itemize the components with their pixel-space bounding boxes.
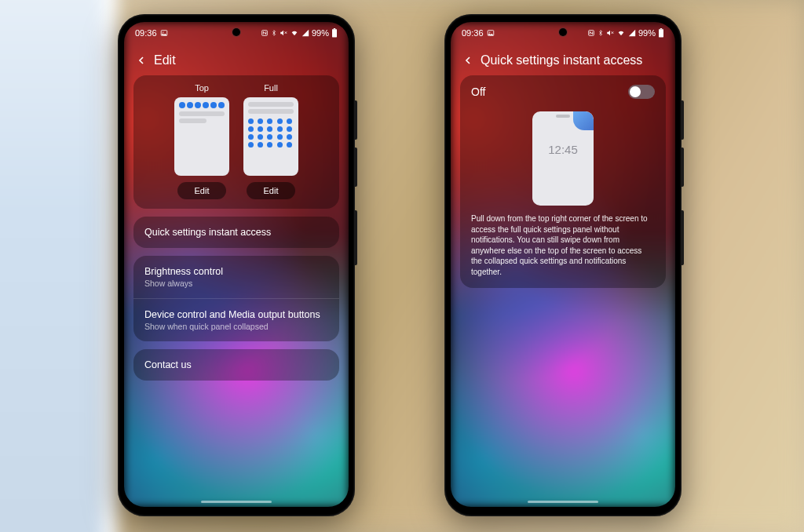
volume-up-button <box>355 100 357 140</box>
phone-mockup-right: 09:36 99% Quick settings instant access <box>444 14 682 516</box>
layout-preview-full <box>243 97 298 176</box>
item-device-media[interactable]: Device control and Media output buttons … <box>133 298 339 341</box>
back-icon[interactable] <box>135 54 148 67</box>
layout-label-full: Full <box>264 83 278 93</box>
power-button <box>682 210 684 265</box>
signal-icon <box>302 29 309 37</box>
home-indicator[interactable] <box>528 501 598 503</box>
front-camera <box>559 28 567 36</box>
svg-rect-5 <box>332 29 337 37</box>
status-time: 09:36 <box>135 28 157 38</box>
battery-percent: 99% <box>312 28 329 38</box>
volume-up-button <box>682 100 684 140</box>
instant-access-card: Off 12:45 Pull down from the top right c… <box>460 75 666 288</box>
settings-group-3: Contact us <box>133 349 339 381</box>
home-indicator[interactable] <box>201 501 272 503</box>
svg-point-1 <box>163 32 163 33</box>
settings-group-1: Quick settings instant access <box>133 217 339 248</box>
svg-rect-13 <box>660 28 662 29</box>
image-icon <box>160 29 168 37</box>
edit-top-button[interactable]: Edit <box>177 182 227 199</box>
svg-rect-12 <box>659 29 663 37</box>
status-time: 09:36 <box>462 28 484 38</box>
volume-down-button <box>355 148 357 187</box>
power-button <box>355 210 357 265</box>
battery-percent: 99% <box>638 28 656 38</box>
bluetooth-icon <box>271 29 277 37</box>
item-contact-us[interactable]: Contact us <box>133 349 339 381</box>
settings-group-2: Brightness control Show always Device co… <box>133 256 339 341</box>
page-title: Quick settings instant access <box>481 53 642 67</box>
layout-option-top[interactable]: Top Edit <box>174 83 229 199</box>
layout-option-full[interactable]: Full Edit <box>243 83 298 199</box>
svg-rect-6 <box>334 28 335 29</box>
battery-icon <box>331 28 338 38</box>
preview-clock: 12:45 <box>532 143 594 156</box>
signal-icon <box>628 29 636 37</box>
layout-preview-top <box>174 97 229 176</box>
gesture-preview: 12:45 <box>532 111 594 206</box>
mute-icon <box>606 29 614 37</box>
front-camera <box>232 28 240 36</box>
instant-access-toggle[interactable] <box>628 85 655 99</box>
description-text: Pull down from the top right corner of t… <box>460 213 666 288</box>
nfc-icon <box>587 29 595 37</box>
toggle-state-label: Off <box>471 86 485 98</box>
wifi-icon <box>616 29 626 37</box>
item-instant-access[interactable]: Quick settings instant access <box>133 217 339 248</box>
back-icon[interactable] <box>462 54 474 67</box>
item-brightness[interactable]: Brightness control Show always <box>133 256 339 298</box>
svg-point-8 <box>489 32 490 33</box>
phone-mockup-left: 09:36 99% Edit Top <box>118 14 355 516</box>
wifi-icon <box>290 29 299 37</box>
swipe-corner-indicator <box>573 111 594 130</box>
edit-full-button[interactable]: Edit <box>247 182 296 199</box>
nfc-icon <box>261 29 269 37</box>
page-title: Edit <box>154 53 176 67</box>
image-icon <box>487 29 495 37</box>
layout-label-top: Top <box>195 83 209 93</box>
layout-selector-card: Top Edit Full <box>133 75 339 209</box>
bluetooth-icon <box>598 29 604 37</box>
battery-icon <box>658 28 664 38</box>
volume-down-button <box>682 148 684 187</box>
mute-icon <box>280 29 287 37</box>
